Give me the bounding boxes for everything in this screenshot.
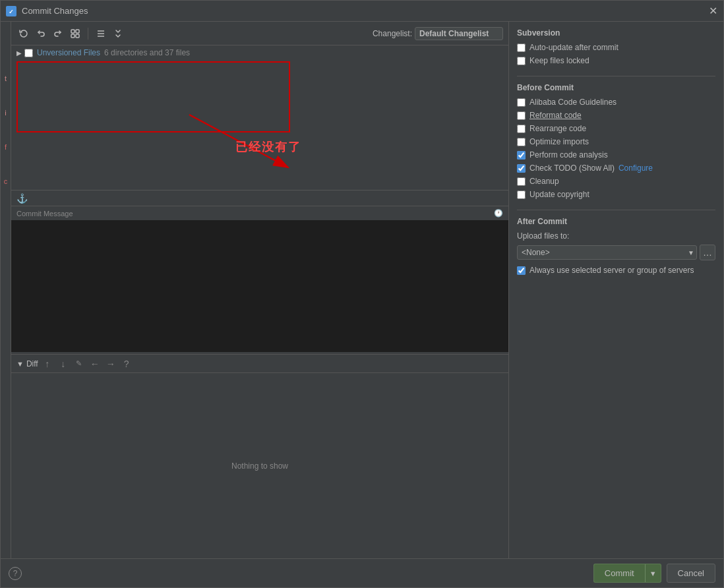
diff-down-btn[interactable]: ↓ [57,357,70,370]
alibaba-checkbox[interactable] [517,98,526,107]
svg-text:已经没有了: 已经没有了 [235,140,301,154]
keep-files-checkbox[interactable] [517,57,526,65]
commit-message-label-row: Commit Message 🕐 [11,206,508,220]
right-panel: Subversion Auto-update after commit Keep… [509,22,723,558]
reformat-label: Reformat code [529,111,582,120]
group-button[interactable] [68,26,82,41]
refresh-button[interactable] [16,26,31,41]
optimize-checkbox[interactable] [517,138,526,146]
red-highlight-rect [16,61,290,132]
changelist-label: Changelist: [373,29,412,38]
changelist-dropdown[interactable]: Default Changelist [415,27,503,40]
before-commit-row-3: Optimize imports [517,137,715,146]
before-commit-row-7: Update copyright [517,190,715,199]
main-content: t i f c [1,22,723,558]
commit-button-wrapper: Commit ▼ [593,564,661,583]
window-title: Commit Changes [22,6,708,16]
merge-icon: ⚓ [16,193,28,204]
commit-message-textarea[interactable] [11,220,508,352]
before-commit-row-2: Rearrange code [517,124,715,133]
cleanup-checkbox[interactable] [517,177,526,186]
diff-title: Diff [26,359,38,368]
file-tree-label: Unversioned Files [37,48,100,57]
left-edge-panel: t i f c [1,22,11,558]
keep-files-label: Keep files locked [529,56,589,65]
rearrange-label: Rearrange code [529,124,586,133]
expand-all-button[interactable] [111,26,125,41]
diff-next-btn[interactable]: → [104,357,117,370]
cancel-button[interactable]: Cancel [667,564,715,583]
rearrange-checkbox[interactable] [517,125,526,133]
server-dropdown[interactable]: <None> [517,245,697,260]
file-tree-count: 6 directories and 37 files [104,48,190,57]
diff-help-btn[interactable]: ? [120,357,133,370]
tree-expand-arrow: ▶ [16,49,22,57]
always-use-checkbox[interactable] [517,266,526,275]
server-dropdown-wrapper: <None> ▼ [517,245,697,260]
close-button[interactable]: ✕ [708,6,718,16]
alibaba-label: Alibaba Code Guidelines [529,98,617,107]
copyright-label: Update copyright [529,190,589,199]
collapse-all-button[interactable] [94,26,108,41]
title-bar: ✓ Commit Changes ✕ [1,1,723,22]
toolbar-separator [88,28,88,40]
before-commit-row-1: Reformat code [517,111,715,120]
bottom-right: Commit ▼ Cancel [593,564,715,583]
before-commit-row-4: Perform code analysis [517,150,715,160]
todo-checkbox[interactable] [517,164,526,173]
copyright-checkbox[interactable] [517,191,526,199]
left-edge-letter-t: t [1,74,11,82]
help-icon: ? [13,569,18,578]
main-window: ✓ Commit Changes ✕ t i f c [0,0,724,588]
redo-button[interactable] [51,26,65,41]
file-tree-checkbox[interactable] [24,49,33,57]
annotation-svg: 已经没有了 [11,45,506,191]
svg-rect-5 [76,34,79,38]
analyze-label: Perform code analysis [529,150,608,160]
before-commit-row-6: Cleanup [517,177,715,186]
diff-header: ▼ Diff ↑ ↓ ✎ ← → ? [11,355,508,373]
svg-rect-3 [76,30,79,33]
optimize-label: Optimize imports [529,137,589,146]
upload-label: Upload files to: [517,231,715,241]
diff-prev-btn[interactable]: ← [88,357,102,370]
commit-button[interactable]: Commit [593,564,645,583]
diff-up-btn[interactable]: ↑ [41,357,54,370]
help-button[interactable]: ? [9,567,22,580]
anchor-bar: ⚓ [11,191,508,206]
configure-link[interactable]: Configure [618,163,653,173]
always-use-row: Always use selected server or group of s… [517,266,715,275]
divider-2 [517,210,715,210]
keep-files-row: Keep files locked [517,56,715,65]
before-commit-row-5: Check TODO (Show All) Configure [517,163,715,173]
cleanup-label: Cleanup [529,177,559,186]
left-edge-letter-f: f [1,143,11,151]
after-commit-section: After Commit Upload files to: <None> ▼ …… [517,217,715,279]
svg-text:✓: ✓ [9,9,14,15]
undo-button[interactable] [34,26,48,41]
subversion-title: Subversion [517,28,715,38]
server-dropdown-row: <None> ▼ … [517,245,715,260]
toolbar: Changelist: Default Changelist [11,22,508,45]
ellipsis-button[interactable]: … [700,245,715,260]
reformat-checkbox[interactable] [517,111,526,120]
diff-edit-btn[interactable]: ✎ [73,357,86,370]
left-panel: Changelist: Default Changelist [11,22,509,558]
divider-1 [517,76,715,76]
before-commit-row-0: Alibaba Code Guidelines [517,98,715,107]
after-commit-title: After Commit [517,217,715,226]
app-icon: ✓ [6,6,16,16]
file-tree-row-unversioned[interactable]: ▶ Unversioned Files 6 directories and 37… [11,45,508,60]
auto-update-label: Auto-update after commit [529,43,618,52]
commit-message-label-text: Commit Message [16,210,73,218]
diff-collapse-arrow[interactable]: ▼ [16,360,24,368]
left-edge-letter-i: i [1,109,11,117]
analyze-checkbox[interactable] [517,151,526,160]
svg-rect-2 [71,30,75,33]
diff-content: Nothing to show [11,373,508,558]
file-tree-area: 已经没有了 ▶ Unversioned Files 6 directories … [11,45,508,191]
bottom-bar: ? Commit ▼ Cancel [1,558,723,587]
auto-update-row: Auto-update after commit [517,43,715,52]
auto-update-checkbox[interactable] [517,44,526,52]
commit-dropdown-button[interactable]: ▼ [645,564,661,583]
